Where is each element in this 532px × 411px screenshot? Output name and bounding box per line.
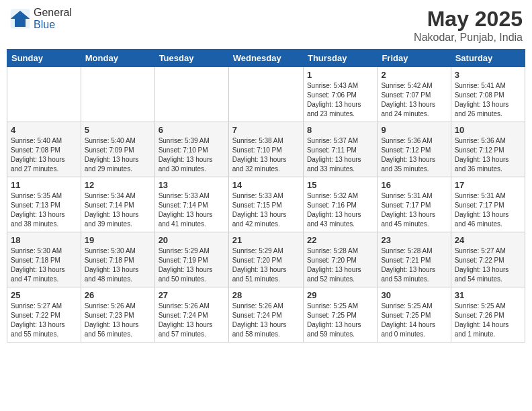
calendar-day-header: Thursday <box>303 50 377 67</box>
day-number: 18 <box>11 235 77 245</box>
calendar-day-cell: 25Sunrise: 5:27 AM Sunset: 7:22 PM Dayli… <box>7 287 81 342</box>
calendar-day-cell: 19Sunrise: 5:30 AM Sunset: 7:18 PM Dayli… <box>81 232 154 287</box>
day-number: 25 <box>11 290 77 300</box>
day-number: 14 <box>232 180 300 190</box>
day-number: 23 <box>381 235 447 245</box>
calendar-day-cell: 5Sunrise: 5:40 AM Sunset: 7:09 PM Daylig… <box>81 122 154 177</box>
calendar-day-cell: 20Sunrise: 5:29 AM Sunset: 7:19 PM Dayli… <box>154 232 228 287</box>
day-info: Sunrise: 5:33 AM Sunset: 7:14 PM Dayligh… <box>159 191 225 229</box>
day-number: 6 <box>159 125 225 135</box>
day-number: 20 <box>159 235 225 245</box>
calendar-day-cell: 3Sunrise: 5:41 AM Sunset: 7:08 PM Daylig… <box>451 67 525 122</box>
calendar-week-row: 4Sunrise: 5:40 AM Sunset: 7:08 PM Daylig… <box>7 122 525 177</box>
day-info: Sunrise: 5:26 AM Sunset: 7:24 PM Dayligh… <box>232 302 300 339</box>
calendar-day-cell: 15Sunrise: 5:32 AM Sunset: 7:16 PM Dayli… <box>303 177 377 232</box>
day-number: 10 <box>455 125 521 135</box>
calendar-day-header: Monday <box>81 50 154 67</box>
calendar-day-cell <box>154 67 228 122</box>
calendar-day-cell: 30Sunrise: 5:25 AM Sunset: 7:25 PM Dayli… <box>378 287 451 342</box>
day-info: Sunrise: 5:28 AM Sunset: 7:21 PM Dayligh… <box>381 246 447 284</box>
calendar-week-row: 11Sunrise: 5:35 AM Sunset: 7:13 PM Dayli… <box>7 177 525 232</box>
day-number: 2 <box>381 70 447 80</box>
calendar-day-cell <box>228 67 303 122</box>
calendar-day-cell: 10Sunrise: 5:36 AM Sunset: 7:12 PM Dayli… <box>451 122 525 177</box>
calendar-day-cell: 7Sunrise: 5:38 AM Sunset: 7:10 PM Daylig… <box>228 122 303 177</box>
calendar-day-cell: 28Sunrise: 5:26 AM Sunset: 7:24 PM Dayli… <box>228 287 303 342</box>
calendar-day-header: Tuesday <box>154 50 228 67</box>
calendar-table: SundayMondayTuesdayWednesdayThursdayFrid… <box>7 49 525 342</box>
day-number: 11 <box>11 180 77 190</box>
calendar-day-cell: 24Sunrise: 5:27 AM Sunset: 7:22 PM Dayli… <box>451 232 525 287</box>
day-info: Sunrise: 5:39 AM Sunset: 7:10 PM Dayligh… <box>159 136 225 174</box>
title-block: May 2025 Nakodar, Punjab, India <box>414 7 523 44</box>
day-info: Sunrise: 5:25 AM Sunset: 7:26 PM Dayligh… <box>455 302 521 339</box>
day-number: 30 <box>381 290 447 300</box>
calendar-day-cell: 14Sunrise: 5:33 AM Sunset: 7:15 PM Dayli… <box>228 177 303 232</box>
day-number: 8 <box>307 125 373 135</box>
day-info: Sunrise: 5:28 AM Sunset: 7:20 PM Dayligh… <box>307 246 373 284</box>
day-number: 16 <box>381 180 447 190</box>
day-info: Sunrise: 5:34 AM Sunset: 7:14 PM Dayligh… <box>85 191 151 229</box>
day-number: 31 <box>455 290 521 300</box>
page-header: General Blue May 2025 Nakodar, Punjab, I… <box>7 7 525 44</box>
calendar-day-header: Saturday <box>451 50 525 67</box>
calendar-day-cell: 21Sunrise: 5:29 AM Sunset: 7:20 PM Dayli… <box>228 232 303 287</box>
day-info: Sunrise: 5:38 AM Sunset: 7:10 PM Dayligh… <box>232 136 300 174</box>
day-number: 27 <box>159 290 225 300</box>
day-info: Sunrise: 5:29 AM Sunset: 7:20 PM Dayligh… <box>232 246 300 284</box>
day-info: Sunrise: 5:27 AM Sunset: 7:22 PM Dayligh… <box>455 246 521 284</box>
day-number: 21 <box>232 235 300 245</box>
day-number: 28 <box>232 290 300 300</box>
day-info: Sunrise: 5:30 AM Sunset: 7:18 PM Dayligh… <box>85 246 151 284</box>
calendar-header-row: SundayMondayTuesdayWednesdayThursdayFrid… <box>7 50 525 67</box>
day-info: Sunrise: 5:26 AM Sunset: 7:24 PM Dayligh… <box>159 302 225 339</box>
day-info: Sunrise: 5:32 AM Sunset: 7:16 PM Dayligh… <box>307 191 373 229</box>
calendar-day-cell: 22Sunrise: 5:28 AM Sunset: 7:20 PM Dayli… <box>303 232 377 287</box>
calendar-day-cell <box>81 67 154 122</box>
calendar-week-row: 25Sunrise: 5:27 AM Sunset: 7:22 PM Dayli… <box>7 287 525 342</box>
day-info: Sunrise: 5:26 AM Sunset: 7:23 PM Dayligh… <box>85 302 151 339</box>
logo-text: General Blue <box>34 7 72 31</box>
day-info: Sunrise: 5:30 AM Sunset: 7:18 PM Dayligh… <box>11 246 77 284</box>
day-number: 15 <box>307 180 373 190</box>
day-number: 22 <box>307 235 373 245</box>
calendar-day-header: Friday <box>378 50 451 67</box>
day-info: Sunrise: 5:29 AM Sunset: 7:19 PM Dayligh… <box>159 246 225 284</box>
day-number: 19 <box>85 235 151 245</box>
day-info: Sunrise: 5:40 AM Sunset: 7:08 PM Dayligh… <box>11 136 77 174</box>
page-title: May 2025 <box>414 7 523 32</box>
day-info: Sunrise: 5:33 AM Sunset: 7:15 PM Dayligh… <box>232 191 300 229</box>
calendar-day-cell: 11Sunrise: 5:35 AM Sunset: 7:13 PM Dayli… <box>7 177 81 232</box>
day-info: Sunrise: 5:25 AM Sunset: 7:25 PM Dayligh… <box>381 302 447 339</box>
day-number: 1 <box>307 70 373 80</box>
page-subtitle: Nakodar, Punjab, India <box>414 32 523 44</box>
day-number: 5 <box>85 125 151 135</box>
day-info: Sunrise: 5:43 AM Sunset: 7:06 PM Dayligh… <box>307 81 373 119</box>
calendar-day-cell: 13Sunrise: 5:33 AM Sunset: 7:14 PM Dayli… <box>154 177 228 232</box>
day-number: 26 <box>85 290 151 300</box>
calendar-day-cell: 23Sunrise: 5:28 AM Sunset: 7:21 PM Dayli… <box>378 232 451 287</box>
calendar-day-cell: 12Sunrise: 5:34 AM Sunset: 7:14 PM Dayli… <box>81 177 154 232</box>
calendar-day-cell: 1Sunrise: 5:43 AM Sunset: 7:06 PM Daylig… <box>303 67 377 122</box>
day-number: 29 <box>307 290 373 300</box>
day-info: Sunrise: 5:41 AM Sunset: 7:08 PM Dayligh… <box>455 81 521 119</box>
calendar-day-cell: 16Sunrise: 5:31 AM Sunset: 7:17 PM Dayli… <box>378 177 451 232</box>
day-info: Sunrise: 5:42 AM Sunset: 7:07 PM Dayligh… <box>381 81 447 119</box>
day-number: 12 <box>85 180 151 190</box>
calendar-day-cell: 9Sunrise: 5:36 AM Sunset: 7:12 PM Daylig… <box>378 122 451 177</box>
day-number: 13 <box>159 180 225 190</box>
day-info: Sunrise: 5:25 AM Sunset: 7:25 PM Dayligh… <box>307 302 373 339</box>
day-number: 24 <box>455 235 521 245</box>
calendar-day-cell: 6Sunrise: 5:39 AM Sunset: 7:10 PM Daylig… <box>154 122 228 177</box>
day-number: 9 <box>381 125 447 135</box>
calendar-day-header: Wednesday <box>228 50 303 67</box>
day-info: Sunrise: 5:31 AM Sunset: 7:17 PM Dayligh… <box>381 191 447 229</box>
calendar-day-cell: 29Sunrise: 5:25 AM Sunset: 7:25 PM Dayli… <box>303 287 377 342</box>
day-number: 17 <box>455 180 521 190</box>
calendar-day-cell: 8Sunrise: 5:37 AM Sunset: 7:11 PM Daylig… <box>303 122 377 177</box>
day-info: Sunrise: 5:37 AM Sunset: 7:11 PM Dayligh… <box>307 136 373 174</box>
calendar-day-cell: 17Sunrise: 5:31 AM Sunset: 7:17 PM Dayli… <box>451 177 525 232</box>
calendar-week-row: 1Sunrise: 5:43 AM Sunset: 7:06 PM Daylig… <box>7 67 525 122</box>
day-info: Sunrise: 5:36 AM Sunset: 7:12 PM Dayligh… <box>455 136 521 174</box>
calendar-day-cell <box>7 67 81 122</box>
